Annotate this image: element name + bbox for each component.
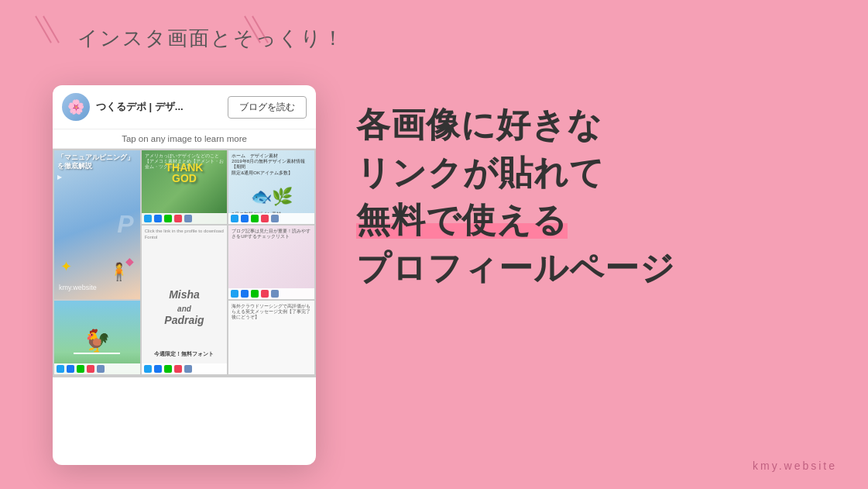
profile-name: つくるデポ | デザ...: [96, 100, 221, 114]
grid-cell-7[interactable]: 海外クラウドソーシングで高評価がもらえる英文メッセージ文例【了事完了後にどうぞ】: [228, 301, 314, 374]
text-line-2: リンクが貼れて: [356, 149, 829, 197]
grid-cell-4[interactable]: Click the link in the profile to downloa…: [142, 226, 228, 374]
right-content: 各画像に好きな リンクが貼れて 無料で使える プロフィールページ: [356, 101, 829, 291]
tap-instruction: Tap on any image to learn more: [53, 129, 316, 149]
website-credit: kmy.website: [753, 460, 837, 472]
grid-cell-6[interactable]: 🐓: [54, 301, 140, 374]
phone-mockup: 🌸 つくるデポ | デザ... ブログを読む Tap on any image …: [53, 85, 316, 465]
grid-cell-3[interactable]: ホーム デザイン素材2019年8月の無料デザイン素材情報【期間限定&通用OKアイ…: [228, 150, 314, 224]
image-grid: 「マニュアルピニング」を徹底解説 ▶ ✦ kmy.website P ◆ 🧍 ア…: [53, 149, 316, 377]
deco-line-2: [43, 15, 60, 43]
text-line-1: 各画像に好きな: [356, 101, 829, 149]
text-line-4: プロフィールページ: [356, 244, 829, 292]
avatar: 🌸: [62, 93, 90, 121]
grid-cell-2[interactable]: アメリカっぽいデザインなどのこと【アメコミ素材まとめ【アメント・お金ム・ツク等材…: [142, 150, 228, 224]
grid-cell-1[interactable]: 「マニュアルピニング」を徹底解説 ▶ ✦ kmy.website P ◆ 🧍: [54, 150, 140, 299]
grid-cell-5[interactable]: ブログ記事は見た目が重要！読みやすさをUPするチェックリスト: [228, 226, 314, 299]
text-line-3: 無料で使える: [356, 196, 829, 244]
header-title: インスタ画面とそっくり！: [77, 25, 345, 52]
deco-line-1: [35, 15, 52, 43]
mockup-header: 🌸 つくるデポ | デザ... ブログを読む: [53, 85, 316, 129]
blog-button[interactable]: ブログを読む: [228, 96, 307, 119]
